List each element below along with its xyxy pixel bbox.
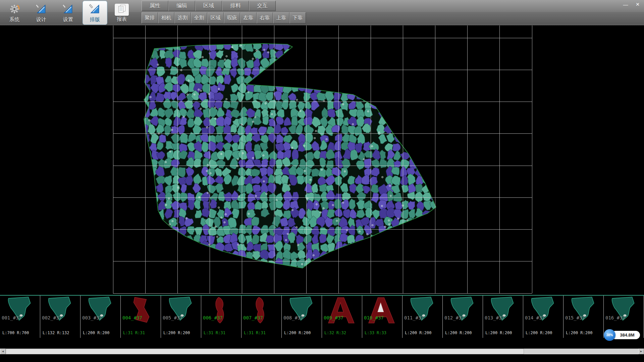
piece-shape: [284, 296, 319, 326]
thumbnail-piece-015[interactable]: 015_#37 L:200 R:200: [564, 296, 604, 338]
thumbnail-piece-013[interactable]: 013_#37 L:200 R:200: [483, 296, 523, 338]
piece-counts-label: L:33 R:33: [365, 330, 386, 335]
close-button[interactable]: ×: [633, 1, 642, 8]
piece-shape: [526, 296, 561, 326]
piece-counts-label: L:32 R:32: [324, 330, 346, 335]
progress-percent-badge: 38%: [604, 329, 615, 341]
piece-counts-label: L:31 R:31: [244, 330, 266, 335]
piece-counts-label: L:200 R:200: [405, 330, 431, 335]
thumbnail-piece-004[interactable]: 004_#37 L:31 R:31: [121, 296, 161, 338]
tool-region[interactable]: 区域: [207, 12, 224, 23]
piece-id-label: 013_#37: [485, 315, 504, 320]
tool-cut-all[interactable]: 全割: [191, 12, 207, 23]
scroll-left-arrow[interactable]: ◄: [0, 349, 6, 354]
application-window: 系统 设计 设置: [0, 0, 644, 362]
nav-system-label: 系统: [9, 16, 19, 22]
piece-counts-label: L:132 R:132: [43, 330, 69, 335]
thumbnail-piece-005[interactable]: 005_#37 L:200 R:200: [161, 296, 201, 338]
nav-settings-label: 设置: [63, 16, 73, 22]
gear-icon: [9, 3, 20, 16]
tool-defect[interactable]: 瑕疵: [224, 12, 240, 23]
nav-report-label: 报表: [117, 16, 127, 22]
piece-shape: [244, 296, 279, 326]
piece-shape: [43, 296, 78, 326]
piece-shape: [445, 296, 480, 326]
piece-id-label: 006_#37: [203, 315, 223, 320]
piece-shape: [3, 296, 38, 326]
thumbnail-piece-006[interactable]: 006_#37 L:31 R:31: [201, 296, 241, 338]
piece-shape: [486, 296, 521, 326]
menu-tab-properties[interactable]: 属性: [142, 1, 168, 11]
nav-design-button[interactable]: 设计: [29, 1, 54, 25]
piece-id-label: 004_#37: [122, 315, 142, 320]
piece-counts-label: L:31 R:31: [204, 330, 225, 335]
thumbnail-piece-008[interactable]: 008_#37 L:200 R:200: [282, 296, 322, 338]
piece-counts-label: L:200 R:200: [526, 330, 552, 335]
tool-align-right[interactable]: 右靠: [257, 12, 273, 23]
piece-counts-label: L:200 R:200: [566, 330, 592, 335]
piece-id-label: 001_#37: [2, 315, 21, 320]
piece-id-label: 002_#37: [42, 315, 62, 320]
nav-system-button[interactable]: 系统: [2, 1, 27, 25]
design-triangle-icon: [36, 3, 47, 16]
piece-counts-label: L:31 R:31: [123, 330, 145, 335]
scrollbar-thumb[interactable]: [6, 349, 524, 354]
thumbnail-piece-014[interactable]: 014_#37 L:200 R:200: [523, 296, 564, 338]
piece-shape: [606, 296, 641, 326]
thumbnail-piece-003[interactable]: 003_#37 L:200 R:200: [80, 296, 121, 338]
piece-id-label: 005_#37: [163, 315, 182, 320]
tool-cluster-nest[interactable]: 聚排: [142, 12, 158, 23]
thumbnail-piece-007[interactable]: 007_#37 L:31 R:31: [241, 296, 282, 338]
menu-tab-edit[interactable]: 编辑: [168, 1, 195, 11]
nav-settings-button[interactable]: 设置: [56, 1, 80, 25]
tool-select-cut[interactable]: 选割: [174, 12, 191, 23]
piece-counts-label: L:200 R:200: [163, 330, 190, 335]
piece-counts-label: L:200 R:200: [445, 330, 472, 335]
menu-tab-nesting[interactable]: 排料: [222, 1, 249, 11]
piece-shape: [405, 296, 440, 326]
nesting-triangle-icon: [89, 3, 101, 16]
piece-id-label: 003_#37: [82, 315, 102, 320]
menu-tab-interactive[interactable]: 交互: [249, 1, 276, 11]
tool-button-row: 聚排 相机 选割 全割 区域 瑕疵 左靠 右靠 上靠 下靠: [142, 12, 306, 23]
settings-triangle-icon: [62, 3, 74, 16]
piece-counts-label: L:700 R:700: [2, 330, 29, 335]
nesting-canvas-area[interactable]: [0, 25, 644, 295]
nav-nesting-button[interactable]: 排版: [83, 1, 107, 25]
piece-shape: [83, 296, 118, 326]
report-document-icon: [115, 4, 129, 16]
piece-id-label: 011_#37: [404, 315, 424, 320]
nav-report-button[interactable]: 报表: [109, 1, 134, 25]
thumbnail-piece-012[interactable]: 012_#37 L:200 R:200: [443, 296, 483, 338]
titlebar-ribbon: 系统 设计 设置: [0, 0, 644, 25]
piece-shape: [325, 296, 360, 326]
thumbnail-piece-010[interactable]: 010_#37 L:33 R:33: [362, 296, 402, 338]
memory-progress-indicator: 384.8M 38%: [604, 329, 643, 341]
piece-id-label: 010_#37: [364, 315, 384, 320]
piece-id-label: 007_#37: [243, 315, 263, 320]
piece-shape: [164, 296, 199, 326]
tool-align-bottom[interactable]: 下靠: [289, 12, 306, 23]
piece-thumbnail-strip: 001_#37 L:700 R:700 002_#37 L:132 R:132 …: [0, 295, 644, 338]
window-controls: — ×: [621, 1, 642, 8]
piece-shape: [365, 296, 400, 326]
piece-counts-label: L:200 R:200: [284, 330, 311, 335]
menu-tab-row: 属性 编辑 区域 排料 交互: [142, 1, 276, 11]
piece-id-label: 009_#37: [324, 315, 343, 320]
tool-align-left[interactable]: 左靠: [240, 12, 257, 23]
thumbnail-piece-011[interactable]: 011_#37 L:200 R:200: [402, 296, 443, 338]
menu-tab-region[interactable]: 区域: [195, 1, 222, 11]
tool-align-top[interactable]: 上靠: [273, 12, 289, 23]
thumbnail-piece-009[interactable]: 009_#37 L:32 R:32: [322, 296, 362, 338]
piece-id-label: 012_#37: [444, 315, 464, 320]
nav-design-label: 设计: [36, 16, 46, 22]
piece-id-label: 008_#37: [283, 315, 303, 320]
minimize-button[interactable]: —: [621, 1, 630, 8]
nesting-canvas[interactable]: [0, 25, 644, 295]
horizontal-scrollbar[interactable]: ◄ ►: [0, 349, 644, 354]
thumbnail-piece-002[interactable]: 002_#37 L:132 R:132: [40, 296, 80, 338]
scroll-right-arrow[interactable]: ►: [638, 349, 644, 354]
piece-id-label: 016_#37: [605, 315, 625, 320]
tool-camera[interactable]: 相机: [158, 12, 174, 23]
thumbnail-piece-001[interactable]: 001_#37 L:700 R:700: [0, 296, 40, 338]
